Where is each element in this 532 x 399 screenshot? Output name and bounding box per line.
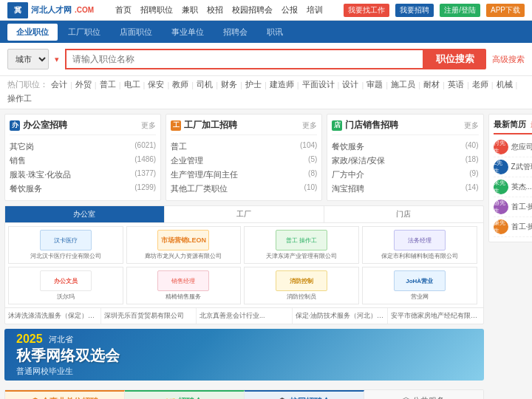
- tab-institution[interactable]: 事业单位: [163, 24, 213, 41]
- tab-factory[interactable]: 工厂职位: [59, 24, 109, 41]
- list-item[interactable]: 家政/保洁/安保 (18): [332, 154, 478, 168]
- recruit-btn[interactable]: 我要招聘: [395, 4, 434, 17]
- company-logo-img: 市场营销LEON: [157, 230, 209, 250]
- company-logo-card[interactable]: 消防控制 消防控制员: [244, 267, 359, 304]
- logo-icon: 冀: [7, 2, 28, 18]
- news-item-text: Z武管理·EHS...2分钟: [511, 162, 532, 172]
- nav-campus-fair[interactable]: 校园招聘会: [232, 4, 273, 16]
- logo-area: 冀 河北人才网 .COM: [7, 2, 94, 18]
- list-item[interactable]: 廉先生 首工·操作工...2分钟: [494, 217, 532, 237]
- hot-job-9[interactable]: 建造师: [270, 79, 294, 90]
- list-item[interactable]: 企业管理 (5): [171, 154, 317, 168]
- hot-job-3[interactable]: 电工: [124, 79, 140, 90]
- service-tab-campus[interactable]: 🎓 校园招聘会: [245, 390, 364, 399]
- company-logo-card[interactable]: 销售经理 精椅销售服务: [126, 267, 242, 304]
- nav-campus[interactable]: 校招: [207, 4, 223, 16]
- nav-parttime[interactable]: 兼职: [182, 4, 198, 16]
- service-tab-institution[interactable]: 🏛 企事业单位招聘: [5, 390, 125, 399]
- footer-companies: 沐涛洗涤清洗服务（保定）有限公司 深圳壳乐百货贸易有限公司 北京真善意会计行业.…: [5, 307, 483, 324]
- footer-company[interactable]: 沐涛洗涤清洗服务（保定）有限公司: [5, 308, 101, 324]
- avatar: 付先生: [494, 140, 508, 154]
- logos-tab-store[interactable]: 门店: [324, 206, 483, 222]
- nav-training[interactable]: 培训: [307, 4, 323, 16]
- hot-job-12[interactable]: 审题: [366, 79, 383, 90]
- list-item[interactable]: 销售 (1486): [10, 154, 156, 168]
- company-logo-card[interactable]: 普工 操作工 天津东涛产业管理有限公司: [244, 226, 359, 264]
- company-logo-card[interactable]: 市场营销LEON 廊坊市龙兴人力资源有限公司: [126, 226, 242, 264]
- hot-job-7[interactable]: 财务: [221, 79, 237, 90]
- hot-job-13[interactable]: 施工员: [391, 79, 415, 90]
- hot-job-16[interactable]: 老师: [472, 79, 488, 90]
- list-item[interactable]: 厂方中介 (9): [332, 168, 478, 182]
- tab-enterprise[interactable]: 企业职位: [7, 24, 58, 41]
- hot-job-4[interactable]: 保安: [148, 79, 164, 90]
- search-input-wrap: 职位搜索: [65, 49, 486, 69]
- list-item[interactable]: 游先生 首工·操作工...1分钟: [494, 197, 532, 217]
- footer-company[interactable]: 北京真善意会计行业...: [197, 308, 293, 324]
- list-item[interactable]: 淘宝招聘 (14): [332, 182, 478, 196]
- header: 冀 河北人才网 .COM 首页 招聘职位 兼职 校招 校园招聘会 公报 培训 我…: [0, 0, 532, 21]
- hot-job-1[interactable]: 外贸: [75, 79, 92, 90]
- footer-company[interactable]: 深圳壳乐百货贸易有限公司: [101, 308, 197, 324]
- company-name: 沃尔玛: [12, 293, 120, 301]
- hot-job-11[interactable]: 设计: [342, 79, 358, 90]
- list-item[interactable]: 生产管理/车间主任 (8): [171, 168, 317, 182]
- list-item[interactable]: 普工 (104): [171, 140, 317, 154]
- company-logo-card[interactable]: 法务经理 保定市利和辅料制造有限公司: [362, 226, 477, 264]
- company-logos-section: 办公室 工厂 门店 汉卡医疗 河北汉卡医疗行业有限公司 市场营销LEON 廊坊市…: [4, 205, 484, 324]
- hot-job-10[interactable]: 平面设计: [302, 79, 335, 90]
- company-logo-card[interactable]: 汉卡医疗 河北汉卡医疗行业有限公司: [8, 226, 123, 264]
- service-tab-fair[interactable]: 🤝 招聘会: [125, 390, 245, 399]
- company-name: 消防控制员: [248, 293, 355, 301]
- list-item[interactable]: 餐饮服务 (1299): [10, 182, 156, 196]
- list-item[interactable]: 服装·珠宝·化妆品 (1377): [10, 168, 156, 182]
- list-item[interactable]: 其它岗 (6021): [10, 140, 156, 154]
- hot-job-5[interactable]: 教师: [172, 79, 188, 90]
- advanced-search-link[interactable]: 高级搜索: [492, 54, 525, 65]
- company-name: 河北汉卡医疗行业有限公司: [12, 252, 120, 260]
- list-item[interactable]: 其他工厂类职位 (10): [171, 182, 317, 196]
- hot-job-6[interactable]: 司机: [197, 79, 213, 90]
- logos-tab-factory[interactable]: 工厂: [165, 206, 324, 222]
- tab-fair[interactable]: 招聘会: [214, 24, 256, 41]
- gov-icon: 🏛: [402, 397, 410, 400]
- company-logo-card[interactable]: 办公文员 沃尔玛: [8, 267, 123, 304]
- tab-news[interactable]: 职讯: [258, 24, 292, 41]
- store-more[interactable]: 更多: [464, 120, 479, 131]
- city-expand-icon[interactable]: ▾: [55, 55, 59, 64]
- factory-more[interactable]: 更多: [302, 120, 317, 131]
- list-item[interactable]: 朱先生 英杰...: [494, 177, 532, 197]
- hot-job-15[interactable]: 英语: [448, 79, 464, 90]
- factory-icon: 工: [171, 120, 181, 131]
- office-more[interactable]: 更多: [141, 120, 156, 131]
- footer-company[interactable]: 安平市德家房地产经纪有限公司: [388, 308, 483, 324]
- list-item[interactable]: 餐饮服务 (40): [332, 140, 478, 154]
- hot-job-14[interactable]: 耐材: [423, 79, 440, 90]
- hot-job-2[interactable]: 普工: [100, 79, 116, 90]
- office-jobs-box: 办 办公室招聘 更多 其它岗 (6021) 销售 (1486) 服装·珠宝·化妆…: [4, 114, 161, 201]
- avatar: Z先生: [494, 160, 508, 174]
- company-logo-card[interactable]: JoHÀ营业 营业网: [362, 267, 477, 304]
- app-btn[interactable]: APP下载: [486, 4, 525, 17]
- company-logo-img: 法务经理: [394, 230, 446, 250]
- logos-tab-office[interactable]: 办公室: [5, 206, 165, 222]
- company-name: 营业网: [366, 293, 474, 301]
- hot-job-17[interactable]: 机械: [497, 79, 513, 90]
- city-select[interactable]: 城市: [7, 49, 49, 69]
- search-button[interactable]: 职位搜索: [424, 49, 486, 69]
- left-column: 办 办公室招聘 更多 其它岗 (6021) 销售 (1486) 服装·珠宝·化妆…: [4, 114, 484, 399]
- nav-jobs[interactable]: 招聘职位: [140, 4, 173, 16]
- hot-job-8[interactable]: 护士: [245, 79, 262, 90]
- register-btn[interactable]: 注册/登陆: [440, 4, 480, 17]
- footer-company[interactable]: 保定·油防技术服务（河北）有限...: [293, 308, 389, 324]
- find-job-btn[interactable]: 我要找工作: [344, 4, 389, 17]
- search-input[interactable]: [65, 49, 424, 69]
- list-item[interactable]: 付先生 您应司你...1分钟: [494, 137, 532, 157]
- list-item[interactable]: Z先生 Z武管理·EHS...2分钟: [494, 157, 532, 177]
- nav-home[interactable]: 首页: [115, 4, 132, 16]
- service-tab-public[interactable]: 🏛 公共服务: [364, 390, 483, 399]
- tab-store[interactable]: 店面职位: [111, 24, 161, 41]
- hot-job-18[interactable]: 操作工: [7, 93, 32, 104]
- hot-job-0[interactable]: 会计: [51, 79, 67, 90]
- nav-public[interactable]: 公报: [282, 4, 298, 16]
